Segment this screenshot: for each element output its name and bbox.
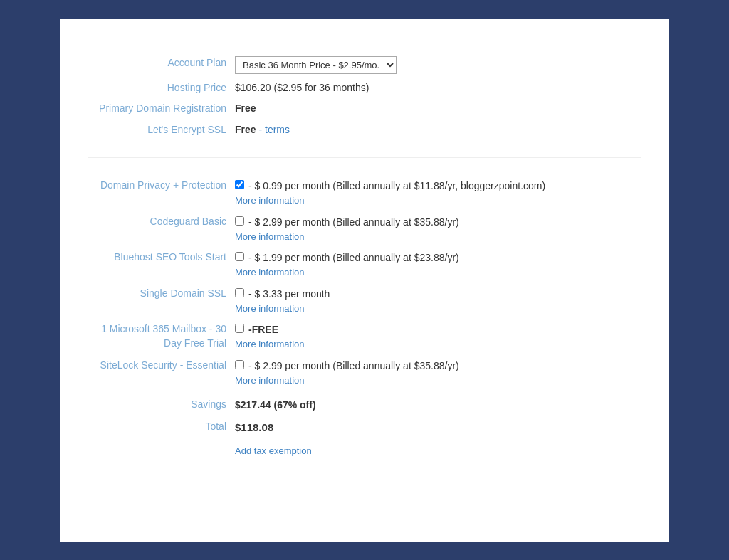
total-label: Total: [88, 416, 231, 440]
section-divider: [88, 157, 641, 158]
extras-label-3: Single Domain SSL: [88, 283, 231, 319]
savings-value: $217.44 (67% off): [231, 391, 641, 416]
extras-price-0: - $ 0.99 per month (Billed annually at $…: [248, 179, 545, 194]
info-value-3: Free - terms: [231, 120, 641, 141]
extras-price-1: - $ 2.99 per month (Billed annually at $…: [248, 215, 459, 230]
more-info-link-4[interactable]: More information: [235, 337, 636, 352]
add-tax-exemption-link[interactable]: Add tax exemption: [235, 445, 312, 456]
info-label-0: Account Plan: [88, 53, 231, 78]
extras-value-5: - $ 2.99 per month (Billed annually at $…: [231, 355, 641, 391]
extras-label-2: Bluehost SEO Tools Start: [88, 247, 231, 283]
extras-value-1: - $ 2.99 per month (Billed annually at $…: [231, 211, 641, 248]
info-value-2: Free: [231, 98, 641, 120]
account-plan-select[interactable]: Basic 36 Month Price - $2.95/mo.Basic 12…: [235, 56, 397, 74]
extras-checkbox-1[interactable]: [235, 216, 244, 226]
free-label-2: Free: [235, 102, 256, 114]
info-label-1: Hosting Price: [88, 78, 231, 99]
tax-empty-cell: [88, 440, 231, 462]
total-amount: $118.08: [235, 421, 273, 433]
package-info-table: Account PlanBasic 36 Month Price - $2.95…: [88, 53, 641, 141]
free-ssl-label: Free: [235, 124, 256, 135]
extras-label-5: SiteLock Security - Essential: [88, 355, 231, 391]
more-info-link-2[interactable]: More information: [235, 265, 636, 280]
extras-checkbox-2[interactable]: [235, 252, 244, 261]
info-label-2: Primary Domain Registration: [88, 98, 231, 120]
extras-label-0: Domain Privacy + Protection: [88, 175, 231, 211]
package-extras-table: Domain Privacy + Protection- $ 0.99 per …: [88, 175, 641, 462]
extras-checkbox-4[interactable]: [235, 324, 244, 333]
more-info-link-1[interactable]: More information: [235, 230, 636, 244]
main-card: Account PlanBasic 36 Month Price - $2.95…: [58, 17, 671, 544]
more-info-link-0[interactable]: More information: [235, 194, 636, 208]
total-value: $118.08: [231, 416, 641, 440]
extras-price-2: - $ 1.99 per month (Billed annually at $…: [248, 250, 459, 265]
extras-label-4: 1 Microsoft 365 Mailbox - 30 Day Free Tr…: [88, 319, 231, 355]
info-value-0: Basic 36 Month Price - $2.95/mo.Basic 12…: [231, 53, 641, 78]
extras-value-3: - $ 3.33 per monthMore information: [231, 283, 641, 319]
extras-checkbox-5[interactable]: [235, 360, 244, 369]
extras-value-0: - $ 0.99 per month (Billed annually at $…: [231, 175, 641, 211]
info-label-3: Let's Encrypt SSL: [88, 120, 231, 141]
extras-price-4: -FREE: [248, 322, 278, 337]
more-info-link-3[interactable]: More information: [235, 302, 636, 316]
extras-checkbox-0[interactable]: [235, 180, 244, 189]
extras-label-1: Codeguard Basic: [88, 211, 231, 248]
terms-link[interactable]: - terms: [256, 124, 290, 135]
extras-value-4: -FREEMore information: [231, 319, 641, 355]
extras-value-2: - $ 1.99 per month (Billed annually at $…: [231, 247, 641, 283]
more-info-link-5[interactable]: More information: [235, 374, 636, 388]
extras-price-3: - $ 3.33 per month: [248, 287, 330, 302]
tax-exemption-cell: Add tax exemption: [231, 440, 641, 462]
extras-price-5: - $ 2.99 per month (Billed annually at $…: [248, 359, 459, 374]
extras-checkbox-3[interactable]: [235, 288, 244, 297]
savings-label: Savings: [88, 391, 231, 416]
info-value-1: $106.20 ($2.95 for 36 months): [231, 78, 641, 99]
